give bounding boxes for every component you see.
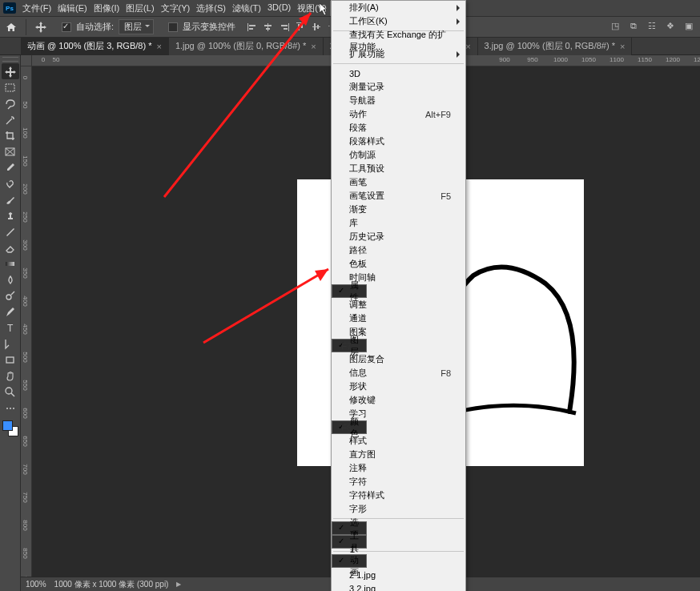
- tool-move[interactable]: [2, 63, 19, 79]
- zoom-level[interactable]: 100%: [26, 580, 46, 589]
- tool-wand[interactable]: [2, 111, 19, 127]
- tool-brush[interactable]: [2, 191, 19, 207]
- menu-entry[interactable]: 字符: [332, 475, 465, 488]
- tool-pen[interactable]: [2, 304, 19, 320]
- tool-lasso[interactable]: [2, 95, 19, 111]
- menu-entry[interactable]: 字形: [332, 502, 465, 516]
- ruler-tick: 300: [22, 239, 29, 250]
- mode-icon-4[interactable]: ❖: [663, 19, 677, 33]
- menu-item-6[interactable]: 滤镜(T): [229, 1, 264, 16]
- auto-select-dropdown[interactable]: 图层: [119, 19, 154, 34]
- menu-entry[interactable]: 历史记录: [332, 230, 465, 243]
- menu-entry[interactable]: 1 动画: [332, 554, 367, 568]
- menu-entry[interactable]: 字符样式: [332, 488, 465, 502]
- show-transform-checkbox[interactable]: [168, 22, 178, 32]
- tool-grad[interactable]: [2, 255, 19, 271]
- menu-entry[interactable]: 注释: [332, 461, 465, 475]
- menu-entry[interactable]: 色板: [332, 257, 465, 271]
- menu-item-3[interactable]: 图层(L): [123, 1, 157, 16]
- tool-stamp[interactable]: [2, 207, 19, 223]
- menu-entry[interactable]: 查找有关 Exchange 的扩展功能...: [332, 34, 465, 47]
- auto-select-label: 自动选择:: [76, 21, 114, 33]
- tool-history[interactable]: [2, 223, 19, 239]
- tool-eraser[interactable]: [2, 239, 19, 255]
- document-tab[interactable]: 动画 @ 100% (图层 3, RGB/8) *×: [21, 38, 169, 55]
- tool-rect[interactable]: [2, 352, 19, 368]
- menu-entry[interactable]: 样式: [332, 434, 465, 448]
- menu-entry[interactable]: 画笔设置F5: [332, 189, 465, 203]
- align-group: ⋯: [245, 20, 339, 34]
- menu-entry[interactable]: 2 1.jpg: [332, 568, 465, 581]
- tool-heal[interactable]: [2, 175, 19, 191]
- document-tab[interactable]: 3.jpg @ 100% (图层 0, RGB/8#) *×: [478, 38, 633, 55]
- menu-item-7[interactable]: 3D(D): [264, 1, 294, 16]
- menu-entry[interactable]: 画笔: [332, 175, 465, 189]
- align-vcenter-icon[interactable]: [309, 20, 323, 34]
- menu-entry[interactable]: 直方图: [332, 448, 465, 461]
- menu-item-5[interactable]: 选择(S): [193, 1, 229, 16]
- tool-dodge[interactable]: [2, 287, 19, 304]
- align-hcenter-icon[interactable]: [261, 20, 275, 34]
- menu-entry[interactable]: 测量记录: [332, 80, 465, 94]
- auto-select-checkbox[interactable]: [62, 22, 71, 32]
- menu-entry[interactable]: 仿制源: [332, 148, 465, 162]
- close-icon[interactable]: ×: [311, 42, 316, 51]
- tool-eyedrop[interactable]: [2, 159, 19, 175]
- menu-entry[interactable]: 调整: [332, 298, 465, 312]
- menu-entry[interactable]: 选项: [332, 521, 367, 535]
- tool-crop[interactable]: [2, 127, 19, 143]
- menu-entry[interactable]: 工具: [332, 535, 367, 549]
- align-right-icon[interactable]: [277, 20, 291, 34]
- menu-entry[interactable]: 通道: [332, 312, 465, 325]
- menu-entry[interactable]: 3D: [332, 66, 465, 80]
- close-icon[interactable]: ×: [620, 42, 625, 51]
- align-left-icon[interactable]: [245, 20, 259, 34]
- menu-item-2[interactable]: 图像(I): [91, 1, 123, 16]
- menu-entry[interactable]: 扩展功能: [332, 47, 465, 61]
- tool-frame[interactable]: [2, 143, 19, 159]
- menu-entry[interactable]: 工作区(K): [332, 14, 465, 28]
- menu-entry[interactable]: 动作Alt+F9: [332, 107, 465, 121]
- menu-entry[interactable]: 段落样式: [332, 135, 465, 148]
- mode-icon-1[interactable]: ◳: [608, 19, 622, 33]
- menu-entry[interactable]: 路径: [332, 243, 465, 257]
- tool-blur[interactable]: [2, 271, 19, 287]
- menu-item-4[interactable]: 文字(Y): [158, 1, 194, 16]
- close-icon[interactable]: ×: [156, 42, 161, 51]
- menu-entry[interactable]: 颜色F6: [332, 420, 367, 434]
- document-tab[interactable]: 1.jpg @ 100% (图层 0, RGB/8#) *×: [169, 38, 324, 55]
- menu-entry[interactable]: 图层复合: [332, 352, 465, 366]
- menu-entry[interactable]: 库: [332, 216, 465, 230]
- menu-item-1[interactable]: 编辑(E): [54, 1, 91, 16]
- tool-path[interactable]: [2, 336, 19, 352]
- tool-marquee[interactable]: [2, 79, 19, 95]
- menu-entry[interactable]: 形状: [332, 380, 465, 393]
- menu-entry[interactable]: 排列(A): [332, 1, 465, 14]
- menu-entry[interactable]: 渐变: [332, 203, 465, 216]
- tool-more[interactable]: [2, 400, 19, 416]
- menu-entry[interactable]: 修改键: [332, 393, 465, 407]
- ruler-corner: [21, 55, 32, 66]
- menu-entry[interactable]: 工具预设: [332, 162, 465, 175]
- menu-entry[interactable]: 导航器: [332, 94, 465, 107]
- menu-entry[interactable]: 信息F8: [332, 366, 465, 380]
- chevron-right-icon[interactable]: ▶: [176, 581, 181, 588]
- color-swatches[interactable]: [2, 420, 18, 436]
- toolbox-grip[interactable]: [2, 57, 18, 62]
- tool-zoom[interactable]: [2, 384, 19, 400]
- menu-entry[interactable]: 属性: [332, 284, 367, 298]
- align-top-icon[interactable]: [293, 20, 307, 34]
- menu-entry[interactable]: 段落: [332, 121, 465, 135]
- menu-item-0[interactable]: 文件(F): [19, 1, 54, 16]
- mode-icon-3[interactable]: ☷: [645, 19, 658, 33]
- menu-item-8[interactable]: 视图(V): [294, 1, 330, 16]
- tool-type[interactable]: T: [2, 320, 19, 336]
- home-icon[interactable]: [5, 21, 18, 34]
- menu-entry[interactable]: 3 2.jpg: [332, 581, 465, 591]
- mode-icon-5[interactable]: ▣: [682, 19, 695, 33]
- tool-hand[interactable]: [2, 368, 19, 384]
- mode-icon-2[interactable]: ⧉: [626, 19, 640, 33]
- close-icon[interactable]: ×: [465, 42, 470, 51]
- menu-shortcut: F5: [441, 191, 451, 201]
- menu-entry[interactable]: 图层F7: [332, 339, 367, 352]
